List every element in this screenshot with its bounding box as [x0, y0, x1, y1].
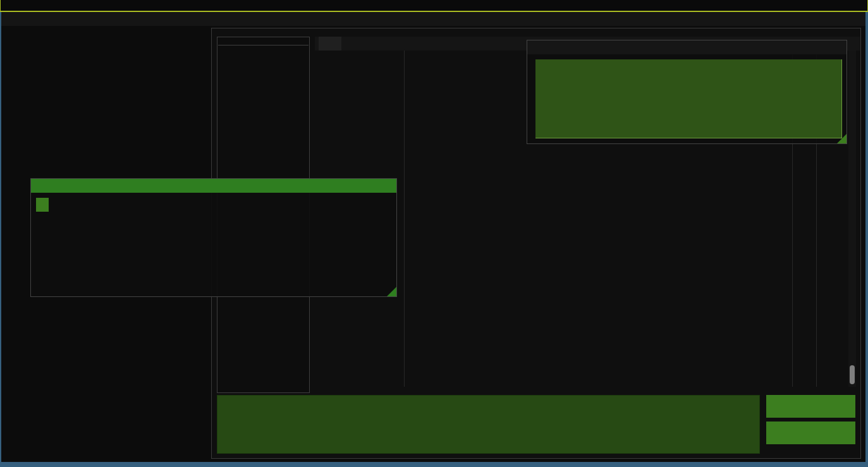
window-border-bottom [0, 462, 868, 467]
tab-debug[interactable] [319, 37, 341, 51]
resize-grip[interactable] [837, 134, 847, 143]
join-group-titlebar[interactable] [31, 179, 396, 193]
send-file-button[interactable] [766, 395, 855, 418]
chat-scrollbar[interactable] [848, 51, 856, 387]
join-group-window [30, 178, 397, 297]
dht-histogram-titlebar[interactable] [527, 40, 847, 54]
window-border-left [0, 12, 1, 462]
subs-count [217, 37, 309, 41]
app-window [0, 0, 868, 467]
paste-file-button[interactable] [766, 422, 855, 444]
subs-separator [218, 45, 309, 45]
window-border-right [865, 12, 868, 462]
chat-scrollbar-thumb[interactable] [850, 365, 855, 384]
dht-histogram-plot[interactable] [535, 59, 842, 138]
menubar [1, 12, 865, 26]
join-button[interactable] [36, 198, 49, 212]
column-separator[interactable] [404, 51, 405, 387]
dht-histogram-window [527, 40, 847, 144]
message-input[interactable] [217, 395, 760, 454]
resize-grip[interactable] [387, 287, 396, 296]
os-titlebar[interactable] [0, 0, 868, 12]
